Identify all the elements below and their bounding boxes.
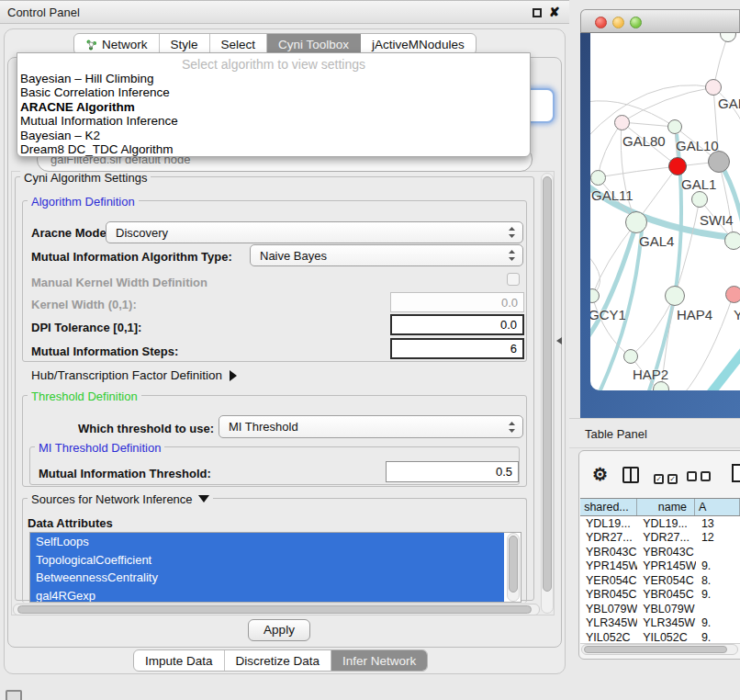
dropdown-placeholder: Select algorithm to view settings: [17, 53, 530, 72]
mi-type-label: Mutual Information Algorithm Type:: [31, 250, 232, 264]
dpi-tolerance-label: DPI Tolerance [0,1]:: [31, 321, 141, 334]
settings-vertical-scrollbar[interactable]: [541, 173, 554, 614]
list-item[interactable]: SelfLoops: [30, 533, 504, 551]
sources-group-title: Sources for Network Inference: [31, 492, 193, 506]
tab-select[interactable]: Select: [210, 34, 268, 54]
clear-all-checkboxes-icon[interactable]: [687, 469, 714, 485]
column-header[interactable]: shared...: [580, 499, 637, 515]
table-panel-title: Table Panel: [585, 427, 647, 441]
close-panel-icon[interactable]: ✘: [549, 5, 560, 19]
panel-divider-arrow[interactable]: [556, 337, 562, 344]
list-item[interactable]: gal4RGexp: [30, 587, 504, 604]
network-node[interactable]: [668, 157, 687, 175]
kernel-width-label: Kernel Width (0,1):: [31, 298, 137, 311]
cell: YPR145W: [580, 559, 637, 572]
cell: 9.: [696, 616, 740, 629]
aracne-mode-combobox[interactable]: Discovery: [106, 221, 523, 243]
export-table-icon[interactable]: [732, 464, 740, 482]
table-horizontal-scrollbar[interactable]: [581, 644, 738, 655]
float-panel-icon[interactable]: [533, 8, 542, 17]
table-row[interactable]: YIL052CYIL052C9.: [580, 630, 740, 644]
sources-group-toggle[interactable]: Sources for Network Inference: [28, 492, 213, 506]
mi-threshold-label: Mutual Information Threshold:: [39, 467, 211, 480]
cyni-algorithm-settings-title: Cyni Algorithm Settings: [20, 171, 151, 185]
network-node[interactable]: [708, 151, 730, 173]
cell: YBL079W: [637, 603, 696, 615]
minimize-window-icon[interactable]: [612, 17, 624, 28]
table-row[interactable]: YBR043CYBR043C: [580, 545, 740, 559]
hub-definition-toggle[interactable]: Hub/Transcription Factor Definition: [31, 368, 237, 382]
which-threshold-value: MI Threshold: [229, 420, 298, 434]
tab-select-label: Select: [221, 38, 256, 51]
column-header[interactable]: name: [637, 499, 695, 515]
combo-spinner-icon: [508, 421, 516, 434]
network-node[interactable]: [614, 115, 630, 130]
apply-button[interactable]: Apply: [248, 619, 310, 641]
close-window-icon[interactable]: [595, 17, 607, 28]
network-node[interactable]: [667, 119, 682, 134]
network-node[interactable]: [665, 286, 685, 306]
dropdown-item[interactable]: Bayesian – Hill Climbing: [17, 72, 530, 85]
dropdown-item[interactable]: Basic Correlation Inference: [17, 85, 530, 99]
list-scrollbar[interactable]: [507, 533, 520, 602]
network-node[interactable]: [724, 231, 740, 250]
network-node[interactable]: [725, 286, 740, 303]
network-node[interactable]: [590, 170, 606, 186]
network-node-label: GAL7: [718, 96, 740, 111]
network-node[interactable]: [625, 211, 647, 233]
cell: YLR345W: [580, 616, 637, 629]
cell: YPR145W: [637, 559, 696, 572]
gear-icon[interactable]: ⚙: [592, 464, 608, 485]
dropdown-item-selected[interactable]: ARACNE Algorithm: [17, 100, 530, 114]
which-threshold-combobox[interactable]: MI Threshold: [219, 415, 523, 438]
tab-cyni-toolbox[interactable]: Cyni Toolbox: [267, 34, 361, 54]
minimized-window-icon[interactable]: [6, 690, 22, 700]
tab-discretize-data-label: Discretize Data: [236, 654, 320, 668]
table-row[interactable]: YDL19...YDL19...13: [580, 516, 740, 531]
table-row[interactable]: YBR045CYBR045C9.: [580, 588, 740, 603]
aracne-mode-label: Aracne Mode:: [31, 226, 110, 240]
table-row[interactable]: YPR145WYPR145W9.: [580, 559, 740, 574]
tab-jactivemnodules[interactable]: jActiveMNodules: [361, 34, 476, 54]
dropdown-item[interactable]: Dream8 DC_TDC Algorithm: [17, 142, 530, 156]
dropdown-item[interactable]: Bayesian – K2: [17, 129, 530, 142]
manual-kernel-checkbox[interactable]: [507, 273, 520, 286]
list-item[interactable]: BetweennessCentrality: [30, 569, 504, 587]
cell: YIL052C: [637, 631, 696, 644]
mi-type-combobox[interactable]: Naive Bayes: [250, 244, 523, 266]
network-node[interactable]: [691, 191, 708, 208]
network-canvas[interactable]: GAL7 GAL80 GAL10 GAL1 GAL11 GAL4 SWI4 GC…: [590, 33, 740, 390]
mi-threshold-input[interactable]: [386, 461, 519, 482]
mi-steps-input[interactable]: [390, 338, 524, 359]
cell: 13: [696, 517, 740, 530]
bottom-tabbar: Impute Data Discretize Data Infer Networ…: [133, 649, 428, 672]
list-item[interactable]: TopologicalCoefficient: [30, 551, 504, 570]
tab-style[interactable]: Style: [160, 34, 210, 54]
dpi-tolerance-input[interactable]: [390, 314, 524, 335]
screen: Control Panel ✘ Network Style Select Cyn…: [0, 0, 740, 700]
network-window-titlebar[interactable]: [580, 9, 740, 33]
dropdown-item[interactable]: Mutual Information Inference: [17, 114, 530, 128]
cell: YER054C: [580, 574, 637, 587]
aracne-mode-value: Discovery: [116, 226, 168, 240]
table-row[interactable]: YBL079WYBL079W: [580, 602, 740, 616]
tab-impute-data[interactable]: Impute Data: [134, 650, 225, 671]
table-row[interactable]: YLR345WYLR345W9.: [580, 616, 740, 631]
columns-icon[interactable]: [622, 467, 639, 483]
table-row[interactable]: YDR27...YDR27...12: [580, 531, 740, 546]
network-node-label: GAL10: [676, 138, 719, 153]
data-attributes-label: Data Attributes: [28, 516, 113, 530]
network-node[interactable]: [705, 79, 722, 96]
table-row[interactable]: YER054CYER054C8.: [580, 573, 740, 588]
tab-discretize-data[interactable]: Discretize Data: [225, 650, 332, 671]
kernel-width-input[interactable]: [390, 292, 524, 312]
cell: 9.: [696, 559, 740, 572]
settings-horizontal-scrollbar[interactable]: [13, 604, 540, 615]
network-node[interactable]: [623, 349, 638, 364]
cell: YDR27...: [580, 531, 637, 544]
column-header[interactable]: A: [695, 499, 740, 515]
select-all-checkboxes-icon[interactable]: ✓✓: [654, 469, 681, 485]
tab-network[interactable]: Network: [74, 34, 160, 54]
zoom-window-icon[interactable]: [630, 17, 642, 28]
tab-infer-network[interactable]: Infer Network: [331, 650, 427, 671]
